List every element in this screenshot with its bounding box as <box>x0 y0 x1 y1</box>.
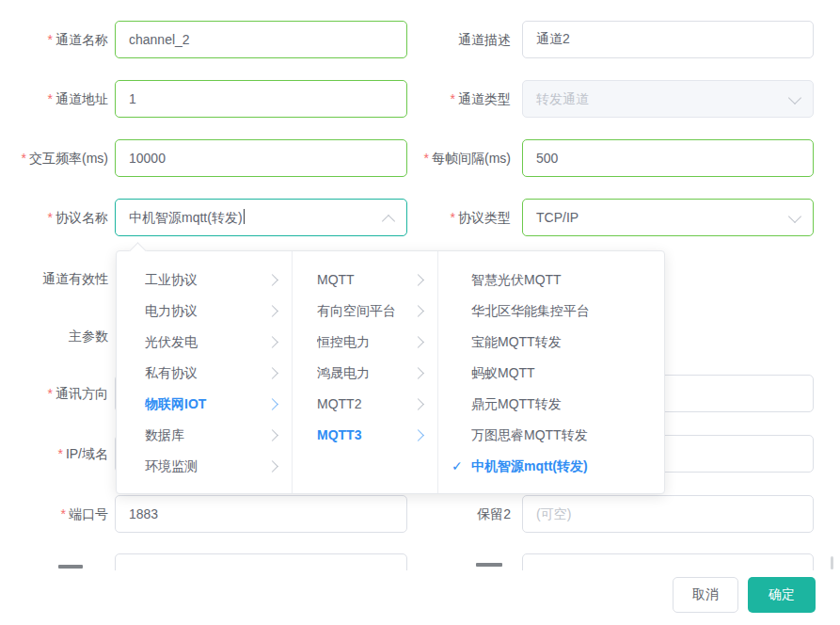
chevron-right-icon <box>412 305 424 317</box>
port-input[interactable] <box>115 495 407 533</box>
main-param-label: 主参数 <box>0 317 108 355</box>
channel-desc-label: 通道描述 <box>403 21 511 58</box>
chevron-right-icon <box>266 429 278 441</box>
required-asterisk: * <box>424 151 429 166</box>
reserve2-label: 保留2 <box>403 495 511 533</box>
chevron-down-icon <box>788 210 801 223</box>
reserve2-input[interactable] <box>522 495 814 533</box>
chevron-right-icon <box>412 336 424 348</box>
protocol-cascader-panel: 工业协议 电力协议 光伏发电 私有协议 物联网IOT 数据库 环境监测 MQTT… <box>116 250 665 494</box>
chevron-right-icon <box>412 429 424 441</box>
protocol-type-select[interactable]: TCP/IP <box>522 199 814 236</box>
cascader-item[interactable]: 有向空间平台 <box>293 296 437 327</box>
cascader-item-selected[interactable]: ✓中机智源mqtt(转发) <box>438 451 664 482</box>
required-asterisk: * <box>451 210 455 225</box>
cascader-item[interactable]: 华北区华能集控平台 <box>438 296 664 327</box>
protocol-type-value: TCP/IP <box>536 200 578 235</box>
protocol-name-input[interactable]: 中机智源mqtt(转发) <box>115 199 407 236</box>
dialog-footer: 取消 确定 <box>0 570 840 625</box>
cascader-item[interactable]: 鼎元MQTT转发 <box>438 389 664 420</box>
confirm-button[interactable]: 确定 <box>748 577 816 613</box>
cascader-item[interactable]: MQTT2 <box>293 389 437 420</box>
channel-edit-form: *通道名称 通道描述 *通道地址 *通道类型 转发通道 *交互频率(ms) *每… <box>0 0 840 625</box>
cascader-item[interactable]: 环境监测 <box>117 451 292 482</box>
frame-interval-label: *每帧间隔(ms) <box>403 139 511 177</box>
required-asterisk: * <box>22 151 26 166</box>
channel-type-label: *通道类型 <box>403 80 511 118</box>
chevron-right-icon <box>266 305 278 317</box>
required-asterisk: * <box>61 506 66 521</box>
cascader-item[interactable]: 数据库 <box>117 420 292 451</box>
cascader-item[interactable]: 私有协议 <box>117 358 292 389</box>
chevron-right-icon <box>412 274 424 286</box>
required-asterisk: * <box>48 32 53 47</box>
cascader-item-active[interactable]: 物联网IOT <box>117 389 292 420</box>
interact-freq-label: *交互频率(ms) <box>0 139 108 177</box>
required-asterisk: * <box>48 91 53 106</box>
comm-direction-label: *通讯方向 <box>0 375 108 412</box>
required-asterisk: * <box>57 446 62 461</box>
check-icon: ✓ <box>452 451 471 482</box>
cascader-item[interactable]: MQTT <box>293 264 437 296</box>
text-caret <box>244 209 245 224</box>
required-asterisk: * <box>451 91 455 106</box>
cascader-column-2: MQTT 有向空间平台 恒控电力 鸿晟电力 MQTT2 MQTT3 <box>293 251 438 493</box>
scrollbar-thumb[interactable] <box>831 556 833 569</box>
channel-addr-label: *通道地址 <box>0 80 108 118</box>
chevron-right-icon <box>412 398 424 410</box>
required-asterisk: * <box>48 386 53 401</box>
frame-interval-input[interactable] <box>522 139 814 177</box>
cascader-item[interactable]: 光伏发电 <box>117 327 292 358</box>
chevron-up-icon <box>382 215 395 228</box>
channel-name-label: *通道名称 <box>0 21 108 58</box>
protocol-name-value: 中机智源mqtt(转发) <box>129 200 243 235</box>
interact-freq-input[interactable] <box>115 139 407 177</box>
required-asterisk: * <box>48 210 53 225</box>
channel-name-input[interactable] <box>115 21 407 58</box>
ip-domain-label: *IP/域名 <box>0 435 108 473</box>
channel-addr-input[interactable] <box>115 80 407 118</box>
chevron-down-icon <box>788 91 801 104</box>
cascader-item[interactable]: 宝能MQTT转发 <box>438 327 664 358</box>
cascader-item-active[interactable]: MQTT3 <box>293 420 437 451</box>
channel-desc-input[interactable] <box>522 21 814 58</box>
chevron-right-icon <box>412 367 424 379</box>
cascader-item[interactable]: 工业协议 <box>117 264 292 296</box>
cascader-column-3: 智慧光伏MQTT 华北区华能集控平台 宝能MQTT转发 蚂蚁MQTT 鼎元MQT… <box>438 251 664 493</box>
channel-validity-label: 通道有效性 <box>0 260 108 297</box>
cancel-button[interactable]: 取消 <box>673 577 738 613</box>
cascader-item[interactable]: 电力协议 <box>117 296 292 327</box>
cascader-item[interactable]: 智慧光伏MQTT <box>438 264 664 296</box>
port-label: *端口号 <box>0 495 108 533</box>
clipped-label-fragment <box>476 563 502 567</box>
chevron-right-icon <box>266 367 278 379</box>
cascader-column-1: 工业协议 电力协议 光伏发电 私有协议 物联网IOT 数据库 环境监测 <box>117 251 293 493</box>
cascader-item[interactable]: 鸿晟电力 <box>293 358 437 389</box>
cascader-item[interactable]: 万图思睿MQTT转发 <box>438 420 664 451</box>
protocol-type-label: *协议类型 <box>403 199 511 236</box>
channel-type-select: 转发通道 <box>522 80 814 118</box>
chevron-right-icon <box>266 460 278 473</box>
clipped-label-fragment <box>58 565 83 569</box>
chevron-right-icon <box>266 274 278 286</box>
chevron-right-icon <box>266 398 278 410</box>
protocol-name-label: *协议名称 <box>0 199 108 236</box>
chevron-right-icon <box>266 336 278 348</box>
channel-type-value: 转发通道 <box>536 81 589 117</box>
cascader-item[interactable]: 蚂蚁MQTT <box>438 358 664 389</box>
cascader-item[interactable]: 恒控电力 <box>293 327 437 358</box>
